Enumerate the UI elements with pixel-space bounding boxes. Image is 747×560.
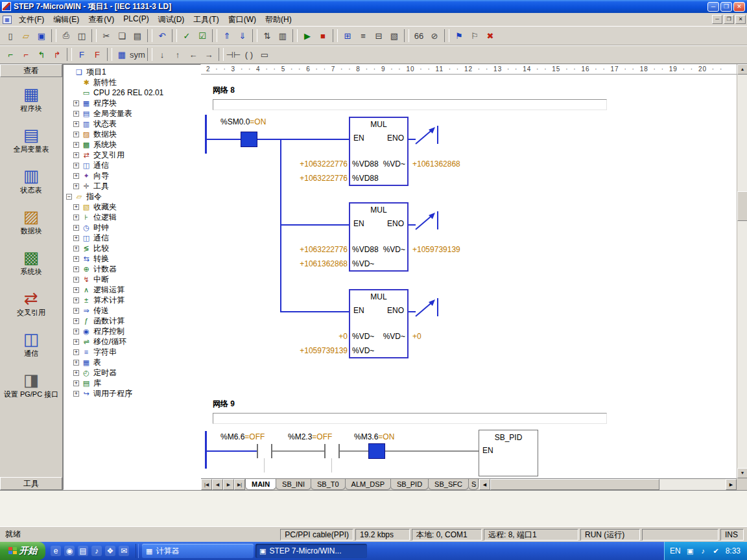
tree-expand-box[interactable]: + — [73, 256, 79, 262]
toolbar-button[interactable] — [212, 29, 217, 42]
task-step7[interactable]: ▣ STEP 7-Micro/WIN... — [255, 544, 367, 558]
tree-expand-box[interactable]: + — [73, 380, 79, 386]
contact-m36-energized[interactable] — [368, 443, 385, 459]
tab-next-button[interactable]: ▶ — [223, 479, 234, 490]
tree-item[interactable]: + ▩ 系统块 — [64, 139, 200, 150]
toolbar-button[interactable] — [51, 29, 56, 42]
tree-item[interactable]: ✱ 新特性 — [64, 77, 200, 88]
scroll-left-arrow[interactable]: ◀ — [479, 479, 490, 490]
tree-expand-box[interactable]: + — [73, 215, 79, 220]
delete-row-button[interactable]: ↱ — [49, 47, 65, 62]
save-button[interactable]: ▣ — [34, 29, 49, 43]
close-button[interactable]: ✕ — [733, 2, 745, 12]
toolbar-button[interactable] — [67, 48, 72, 61]
restore-button[interactable]: ❐ — [720, 2, 732, 12]
tree-expand-box[interactable]: + — [73, 111, 79, 117]
toolbar-button[interactable] — [444, 29, 449, 42]
line-down-button[interactable]: ↓ — [154, 47, 170, 62]
view-system-block[interactable]: ▩ 系统块 — [0, 244, 62, 285]
insert-contact-button[interactable]: ⊣⊢ — [226, 47, 241, 62]
toolbar-button[interactable] — [333, 29, 338, 42]
tree-item[interactable]: + ⇆ 转换 — [64, 253, 200, 264]
network-8-comment[interactable] — [213, 99, 607, 110]
clock[interactable]: 8:33 — [726, 546, 741, 555]
tab-last-button[interactable]: ▶| — [234, 479, 245, 490]
tree-item[interactable]: + ≡ 字符串 — [64, 347, 200, 357]
tree-expand-box[interactable]: + — [73, 308, 79, 314]
view-stl-button[interactable]: ≡ — [355, 29, 371, 43]
tree-item[interactable]: + ↪ 调用子程序 — [64, 388, 200, 399]
tree-expand-box[interactable]: + — [73, 121, 79, 127]
open-file-button[interactable]: ▱ — [18, 29, 34, 43]
tray-icon-3[interactable]: ✔ — [711, 546, 721, 556]
view-data-block[interactable]: ▨ 数据块 — [0, 204, 62, 244]
tree-item[interactable]: + ◷ 时钟 — [64, 222, 200, 233]
menu-item[interactable]: 窗口(W) — [224, 13, 261, 27]
print-button[interactable]: ⎙ — [58, 29, 74, 43]
tree-expand-box[interactable]: + — [73, 339, 79, 345]
tree-expand-box[interactable]: + — [73, 329, 79, 334]
menu-item[interactable]: 调试(D) — [154, 13, 189, 27]
contact-m23[interactable] — [324, 444, 326, 458]
cut-button[interactable]: ✂ — [99, 29, 114, 43]
compile-all-button[interactable]: ☑ — [195, 29, 210, 43]
new-file-button[interactable]: ▯ — [3, 29, 18, 43]
quick-launch-ie[interactable]: e — [51, 546, 61, 556]
ladder-canvas[interactable]: 网络 8 %SM0.0=ON MUL EN ENO %VD88 %VD~ — [201, 75, 737, 478]
tree-item[interactable]: + ⇄ 交叉引用 — [64, 150, 200, 160]
viewbar-footer-tools[interactable]: 工具 — [0, 477, 62, 490]
menu-item[interactable]: 工具(T) — [189, 13, 223, 27]
vertical-scrollbar[interactable]: ▲ ▼ — [737, 64, 747, 478]
network-9-comment[interactable] — [213, 413, 607, 424]
child-minimize-button[interactable]: ─ — [712, 15, 722, 24]
menu-item[interactable]: 编辑(E) — [49, 13, 84, 27]
view-communications[interactable]: ◫ 通信 — [0, 326, 62, 367]
toolbar-button[interactable] — [91, 29, 97, 42]
toolbar-button[interactable] — [219, 48, 224, 61]
tree-expand-box[interactable]: + — [73, 349, 79, 355]
operand[interactable]: %VD88 — [352, 245, 379, 254]
tree-expand-box[interactable]: + — [73, 287, 79, 293]
options-button[interactable]: ▥ — [275, 29, 290, 43]
insert-network-button[interactable]: ⌐ — [3, 47, 18, 62]
tree-item[interactable]: + ▦ 程序块 — [64, 98, 200, 108]
tree-item[interactable]: + ▦ 表 — [64, 357, 200, 368]
menu-item[interactable]: 查看(V) — [84, 13, 119, 27]
compile-button[interactable]: ✓ — [179, 29, 195, 43]
tree-expand-box[interactable]: + — [73, 163, 79, 169]
sort-button[interactable]: ⇅ — [259, 29, 275, 43]
scroll-right-arrow[interactable]: ▶ — [726, 479, 737, 490]
symbol-table-button[interactable]: ▦ — [114, 47, 130, 62]
quick-launch-2[interactable]: ◉ — [64, 546, 75, 556]
operand[interactable]: %VD~ — [379, 245, 405, 254]
tree-item[interactable]: − ▱ 指令 — [64, 191, 200, 202]
tree-item[interactable]: + ⇒ 传送 — [64, 305, 200, 316]
tree-item[interactable]: + ≶ 比较 — [64, 243, 200, 253]
tree-expand-box[interactable]: + — [73, 266, 79, 272]
tree-item[interactable]: + ▤ 全局变量表 — [64, 108, 200, 119]
bookmark-next-button[interactable]: ⚐ — [467, 29, 482, 43]
horizontal-scrollbar[interactable]: ◀ ▶ — [479, 479, 737, 490]
tree-expand-box[interactable] — [66, 69, 72, 75]
tree-item[interactable]: + ⇌ 移位/循环 — [64, 336, 200, 347]
tree-expand-box[interactable]: + — [73, 152, 79, 158]
task-calculator[interactable]: ▦ 计算器 — [142, 544, 254, 558]
operand[interactable]: %VD~ — [352, 332, 374, 341]
operand[interactable]: %VD~ — [379, 332, 405, 341]
line-right-button[interactable]: → — [201, 47, 217, 62]
tree-expand-box[interactable]: + — [73, 298, 79, 303]
unforce-button[interactable]: F — [89, 47, 105, 62]
scroll-down-arrow[interactable]: ▼ — [737, 468, 747, 478]
tree-item[interactable]: + ✛ 工具 — [64, 181, 200, 191]
undo-button[interactable]: ↶ — [154, 29, 170, 43]
child-close-button[interactable]: ✕ — [735, 15, 746, 24]
contact-m66[interactable] — [257, 444, 258, 458]
tray-icon-1[interactable]: ▣ — [685, 546, 695, 556]
tab-alm-dsp[interactable]: ALM_DSP — [345, 479, 391, 490]
print-preview-button[interactable]: ◫ — [74, 29, 89, 43]
bookmark-clear-button[interactable]: ✖ — [482, 29, 498, 43]
run-button[interactable]: ▶ — [300, 29, 315, 43]
toolbar-button[interactable] — [404, 29, 409, 42]
line-up-button[interactable]: ↑ — [170, 47, 185, 62]
tree-expand-box[interactable]: + — [73, 318, 79, 324]
